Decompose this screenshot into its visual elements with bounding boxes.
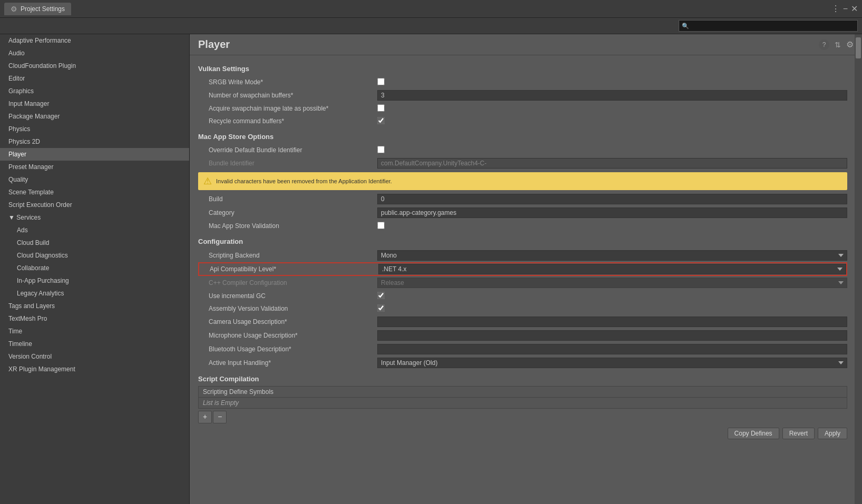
sidebar-item-cloud-build[interactable]: Cloud Build [0,236,189,249]
use-incremental-gc-checkbox[interactable] [377,292,385,299]
mac-app-store-validation-row: Mac App Store Validation [198,220,847,232]
scrollbar-thumb[interactable] [856,37,861,58]
acquire-swapchain-checkbox[interactable] [377,104,385,112]
sidebar-item-textmesh-pro[interactable]: TextMesh Pro [0,312,189,325]
sidebar-item-graphics[interactable]: Graphics [0,85,189,97]
build-label: Build [198,195,377,203]
revert-button[interactable]: Revert [782,428,815,439]
help-icon[interactable]: ? [819,39,829,50]
use-incremental-gc-value [377,292,847,301]
srgb-write-mode-value [377,78,847,87]
sidebar-item-legacy-analytics[interactable]: Legacy Analytics [0,287,189,300]
sidebar-item-in-app-purchasing[interactable]: In-App Purchasing [0,274,189,287]
active-input-handling-select[interactable]: Input Manager (Old) Input System Package… [377,358,847,368]
recycle-command-buffers-value [377,117,847,126]
bluetooth-usage-description-row: Bluetooth Usage Description* [198,342,847,356]
category-row: Category [198,206,847,220]
camera-usage-description-input[interactable] [377,317,847,327]
assembly-version-validation-checkbox[interactable] [377,304,385,312]
swapchain-buffers-value [377,90,847,101]
sidebar-item-version-control[interactable]: Version Control [0,350,189,363]
sidebar-item-physics2d[interactable]: Physics 2D [0,135,189,148]
sidebar-item-audio[interactable]: Audio [0,47,189,60]
bottom-buttons: Copy Defines Revert Apply [198,428,847,443]
active-input-handling-label: Active Input Handling* [198,359,377,367]
sidebar-item-package-manager[interactable]: Package Manager [0,110,189,123]
api-compatibility-value: .NET 4.x .NET Standard 2.0 [378,264,846,274]
srgb-write-mode-row: SRGB Write Mode* [198,76,847,88]
bundle-identifier-label: Bundle Identifier [198,160,377,167]
sidebar-item-ads[interactable]: Ads [0,224,189,236]
warning-text: Invalid characters have been removed fro… [216,178,392,184]
acquire-swapchain-value [377,104,847,113]
title-bar-controls: ⋮ − ✕ [831,4,858,14]
build-row: Build [198,192,847,206]
mac-app-store-validation-value [377,222,847,231]
sidebar-item-preset-manager[interactable]: Preset Manager [0,161,189,173]
close-button[interactable]: ✕ [851,4,858,14]
override-bundle-id-checkbox[interactable] [377,146,385,153]
cpp-compiler-config-select: Release [377,278,847,288]
add-remove-buttons: + − [198,411,847,423]
sidebar-item-timeline[interactable]: Timeline [0,338,189,350]
sidebar-item-xr-plugin-management[interactable]: XR Plugin Management [0,363,189,375]
sidebar-item-cloud-diagnostics[interactable]: Cloud Diagnostics [0,249,189,262]
sidebar-item-scene-template[interactable]: Scene Template [0,186,189,199]
sidebar-item-script-execution-order[interactable]: Script Execution Order [0,199,189,211]
sidebar-item-quality[interactable]: Quality [0,173,189,186]
microphone-usage-description-label: Microphone Usage Description* [198,332,377,339]
copy-defines-button[interactable]: Copy Defines [728,428,779,439]
title-bar: ⚙ Project Settings ⋮ − ✕ [0,0,862,18]
settings-icon[interactable]: ⚙ [846,39,854,50]
sidebar-item-time[interactable]: Time [0,325,189,338]
sidebar-item-player[interactable]: Player [0,148,189,161]
sidebar-item-collaborate[interactable]: Collaborate [0,262,189,274]
srgb-write-mode-checkbox[interactable] [377,78,385,85]
bundle-identifier-row: Bundle Identifier [198,156,847,170]
sidebar-item-physics[interactable]: Physics [0,123,189,135]
swapchain-buffers-input[interactable] [377,90,847,101]
title-bar-title: Project Settings [21,5,65,13]
api-compatibility-label: Api Compatibility Level* [199,265,378,273]
warning-box: ⚠ Invalid characters have been removed f… [198,172,847,190]
sort-icon[interactable]: ⇅ [835,41,841,49]
search-input[interactable] [679,20,858,32]
api-compatibility-select[interactable]: .NET 4.x .NET Standard 2.0 [378,264,846,274]
assembly-version-validation-row: Assembly Version Validation [198,302,847,315]
scripting-backend-select[interactable]: Mono IL2CPP [377,250,847,261]
bundle-identifier-input [377,158,847,169]
recycle-command-buffers-checkbox[interactable] [377,117,385,124]
sidebar-item-adaptive-performance[interactable]: Adaptive Performance [0,34,189,47]
scrollbar-track[interactable] [855,34,862,504]
kebab-icon[interactable]: ⋮ [831,4,840,14]
build-input[interactable] [377,194,847,204]
microphone-usage-description-row: Microphone Usage Description* [198,329,847,342]
bundle-identifier-value [377,158,847,169]
sidebar-item-cloudfoundation[interactable]: CloudFoundation Plugin [0,60,189,72]
bluetooth-usage-description-value [377,344,847,354]
recycle-command-buffers-row: Recycle command buffers* [198,115,847,127]
remove-define-button[interactable]: − [213,411,227,423]
sidebar-item-input-manager[interactable]: Input Manager [0,97,189,110]
assembly-version-validation-value [377,304,847,313]
active-input-handling-row: Active Input Handling* Input Manager (Ol… [198,356,847,370]
apply-button[interactable]: Apply [818,428,847,439]
use-incremental-gc-label: Use incremental GC [198,292,377,300]
configuration-section-title: Configuration [198,236,847,246]
srgb-write-mode-label: SRGB Write Mode* [198,78,377,86]
sidebar-item-editor[interactable]: Editor [0,72,189,85]
sidebar-item-services[interactable]: ▼ Services [0,211,189,224]
microphone-usage-description-input[interactable] [377,330,847,341]
category-label: Category [198,209,377,216]
cpp-compiler-config-value: Release [377,278,847,288]
sidebar-item-tags-and-layers[interactable]: Tags and Layers [0,300,189,312]
mac-app-store-validation-checkbox[interactable] [377,222,385,229]
active-input-handling-value: Input Manager (Old) Input System Package… [377,358,847,368]
camera-usage-description-label: Camera Usage Description* [198,318,377,325]
bluetooth-usage-description-input[interactable] [377,344,847,354]
header-icons: ? ⇅ ⚙ [819,39,854,50]
microphone-usage-description-value [377,330,847,341]
add-define-button[interactable]: + [198,411,212,423]
minimize-button[interactable]: − [843,4,848,14]
category-input[interactable] [377,207,847,218]
